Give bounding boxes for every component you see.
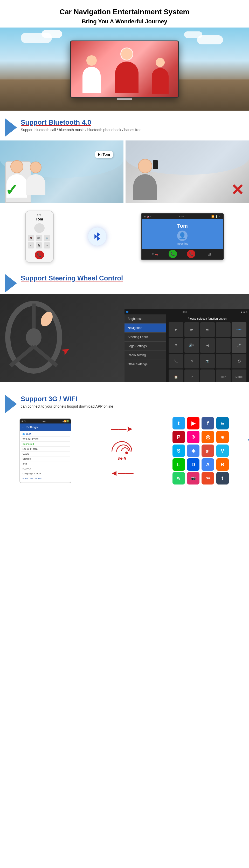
social-flickr[interactable]: ⦿ [187,431,200,443]
menu-btn-phone[interactable]: 📞 [169,354,183,369]
social-line[interactable]: L [173,458,185,471]
settings-add-network[interactable]: + ADD NETWORK [21,476,70,481]
menu-btn-settings2[interactable]: ⚙ [169,338,183,353]
social-stumbleupon[interactable]: Su [202,472,214,485]
phone-decline-btn[interactable]: 📞 [35,251,44,259]
social-facebook[interactable]: f [202,417,214,430]
car-screen-icons-left: ⊞ 🚗 ≡ [144,215,151,218]
phone-avatar [34,223,45,233]
steering-wheel-svg [5,298,62,376]
social-vimeo[interactable]: V [216,444,229,457]
menu-btn-mic[interactable]: 🎤 [232,338,246,353]
menu-btn-mode[interactable]: MODE [232,370,246,382]
bluetooth-images: Hi Tom ✓ ✕ [0,138,249,206]
phone-btn-6[interactable]: ⋯ [44,242,50,248]
settings-network-2[interactable]: NO Wi-Fi area [21,446,70,452]
phone-btn-5[interactable]: 🎥 [36,242,42,248]
settings-status-icons: ⊞ ⊡ [22,420,26,423]
network-name-5: KJ27AX [23,467,31,470]
wifi-arrows: ——➤ wi-fi ◄—— [110,424,134,477]
menu-other-settings[interactable]: Other Settings [124,360,166,369]
menu-content: Brightness Navigation Steering Learn Log… [124,314,249,382]
phone-btn-4[interactable]: + [28,242,34,248]
menu-right-icons: ▲ ☰ ◎ [241,311,247,313]
menu-btn-home[interactable]: 🏠 [169,370,183,382]
menu-steering-learn[interactable]: Steering Learn [124,333,166,342]
menu-btn-empty4 [200,370,215,382]
car-screen-mockup: ⊞ 🚗 ≡ 8:15 📶 🔋 20 Tom 👤 Incoming ⊞ 🚗 📞 📞… [141,213,224,260]
menu-btn-empty1 [216,322,230,337]
wifi-accent [5,395,17,413]
settings-network-status-1: Connected [21,442,70,446]
menu-btn-play[interactable]: ▶ [169,322,183,337]
car-grid-button[interactable]: ⊞ [206,250,213,257]
network-name-1: NO Wi-Fi area [23,447,38,450]
menu-btn-disp[interactable]: DISP [216,370,230,382]
settings-network-3[interactable]: CASS [21,452,70,457]
bluetooth-title-block: Support Bluetooth 4.0 Support bluetooth … [21,118,141,132]
car-screen-statusbar: ⊞ 🚗 ≡ 8:15 📶 🔋 20 [142,214,223,219]
settings-title: Settings [27,426,38,429]
social-picasa[interactable]: ◈ [187,444,200,457]
social-pinterest[interactable]: P [173,431,185,443]
car-decline-button[interactable]: 📞 [187,250,195,258]
social-whatsapp[interactable]: W [173,472,185,485]
menu-btn-next[interactable]: ⏭ [200,322,215,337]
menu-brightness[interactable]: Brightness [124,314,166,323]
bluetooth-accent [5,118,17,136]
menu-btn-gps[interactable]: GPS [232,322,246,337]
social-googleplus[interactable]: g+ [202,444,214,457]
passenger-person [26,161,45,195]
social-digg[interactable]: D [187,458,200,471]
social-share[interactable]: ◎ [202,431,214,443]
menu-navigation[interactable]: Navigation [124,323,166,333]
svg-point-1 [26,328,41,346]
device-screen [71,41,178,97]
car-screen-action-buttons: ⊞ 🚗 📞 📞 ⊞ [142,249,223,259]
menu-btn-camera[interactable]: 📷 [200,354,215,369]
car-accept-button[interactable]: 📞 [169,250,177,258]
arrow-right: ——➤ [111,424,133,433]
menu-radio-setting[interactable]: Radio setting [124,351,166,360]
car-screen-time: 8:15 [179,215,184,218]
menu-btn-prev[interactable]: ⏮ [184,322,199,337]
menu-logo-settings[interactable]: Logo Settings [124,342,166,351]
person3 [150,58,170,97]
settings-signal: ▲📶🔋 [62,420,69,423]
network-name-4: 3AB [23,462,27,465]
settings-wifi-row[interactable]: Wi-Fi [21,432,70,437]
social-linkedin[interactable]: in [216,417,229,430]
social-skype[interactable]: S [173,444,185,457]
settings-list: Wi-Fi TP-LINK-FREE Connected NO Wi-Fi ar… [20,431,71,482]
settings-network-6[interactable]: KJ27AX [21,466,70,471]
social-google[interactable]: A [202,458,214,471]
phone-btn-3[interactable]: 🔊 [44,235,50,241]
menu-btn-power[interactable]: ⏻ [232,354,246,369]
network-name-3: Storage [23,458,31,460]
social-tumblr[interactable]: t [216,472,229,485]
settings-network-7[interactable]: Language & Input [21,471,70,476]
settings-network-5[interactable]: 3AB [21,461,70,466]
menu-btn-back[interactable]: ↩ [184,370,199,382]
wifi-section-header: Support 3G / WIFI can connect to your ph… [0,387,249,414]
car-interior-right [126,141,249,203]
menu-btn-vol-up[interactable]: 🔊+ [184,338,199,353]
settings-mockup: ⊞ ⊡ 13:22 ▲📶🔋 ← Settings Wi-Fi TP-LINK-F… [20,418,71,483]
menu-btn-rotate[interactable]: ↻ [184,354,199,369]
social-rss[interactable]: ◉ [216,431,229,443]
phone-btn-1[interactable]: 🔇 [28,235,34,241]
social-blogger[interactable]: B [216,458,229,471]
video-content [71,41,178,97]
settings-network-1[interactable]: TP-LINK-FREE [21,437,70,442]
social-youtube[interactable]: ▶ [187,417,200,430]
steering-wheel-container: ➤ [5,298,62,377]
social-instagram[interactable]: 📷 [187,472,200,485]
phone-btn-2[interactable]: ⌨ [36,235,42,241]
social-twitter[interactable]: t [173,417,185,430]
cloud-4 [184,31,202,38]
wifi-subtitle: can connect to your phone's hospot downl… [21,404,113,408]
settings-network-4[interactable]: Storage [21,457,70,461]
bluetooth-section-header: Support Bluetooth 4.0 Support bluetooth … [0,111,249,138]
menu-right-title: Please select a function button! [169,317,246,320]
menu-btn-prev2[interactable]: ◀ [200,338,215,353]
